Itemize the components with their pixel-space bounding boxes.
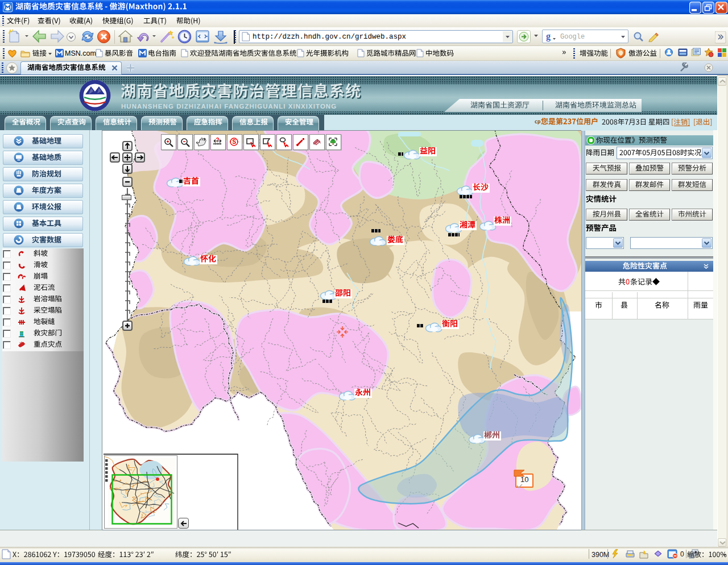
svg-text:S: S	[233, 139, 237, 145]
svg-text:0: 0	[680, 550, 684, 558]
svg-text:?: ?	[216, 137, 220, 143]
